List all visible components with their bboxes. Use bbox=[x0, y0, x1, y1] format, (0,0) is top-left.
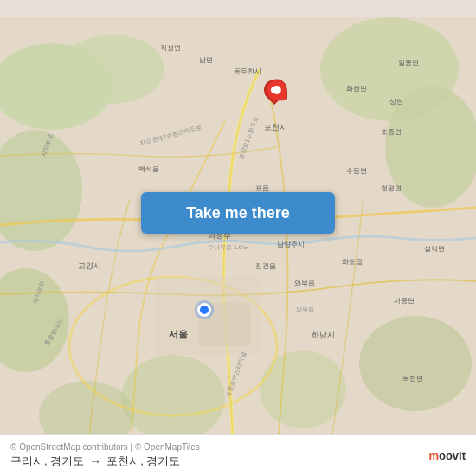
svg-text:포천시: 포천시 bbox=[264, 123, 287, 132]
svg-text:상면: 상면 bbox=[389, 98, 403, 106]
svg-text:서종면: 서종면 bbox=[394, 297, 415, 305]
svg-text:청평면: 청평면 bbox=[381, 184, 402, 192]
svg-text:포읍: 포읍 bbox=[255, 184, 269, 192]
bottom-bar: © OpenStreetMap contributors | © OpenMap… bbox=[0, 434, 476, 476]
svg-text:와부읍: 와부읍 bbox=[296, 306, 314, 313]
current-location-dot bbox=[197, 303, 211, 317]
svg-text:설악면: 설악면 bbox=[424, 245, 445, 253]
svg-text:직성면: 직성면 bbox=[160, 44, 181, 52]
svg-text:서울: 서울 bbox=[169, 329, 188, 339]
route-arrow: → bbox=[89, 454, 101, 468]
svg-point-9 bbox=[260, 351, 346, 428]
route-info: 구리시, 경기도 → 포천시, 경기도 bbox=[10, 453, 200, 469]
svg-text:남면: 남면 bbox=[199, 56, 213, 64]
destination-label: 포천시, 경기도 bbox=[106, 453, 180, 469]
svg-text:하남시: 하남시 bbox=[312, 331, 335, 339]
svg-text:화현면: 화현면 bbox=[346, 85, 367, 93]
svg-text:옥천면: 옥천면 bbox=[402, 375, 423, 383]
svg-text:수나유로 1.6㎞: 수나유로 1.6㎞ bbox=[208, 244, 248, 250]
svg-text:화도읍: 화도읍 bbox=[342, 258, 363, 266]
svg-text:백석읍: 백석읍 bbox=[138, 165, 159, 173]
moovit-logo: moovit bbox=[428, 449, 466, 462]
svg-text:진건읍: 진건읍 bbox=[255, 262, 276, 270]
take-me-there-button[interactable]: Take me there bbox=[141, 192, 335, 234]
svg-text:동두천시: 동두천시 bbox=[234, 68, 261, 75]
copyright-text: © OpenStreetMap contributors | © OpenMap… bbox=[10, 442, 200, 452]
map-container: 포천시 양주시 의정부 서울 고양시 남양주시 와부읍 화도읍 하남시 진건읍 … bbox=[0, 0, 476, 476]
map-svg: 포천시 양주시 의정부 서울 고양시 남양주시 와부읍 화도읍 하남시 진건읍 … bbox=[0, 0, 476, 476]
svg-point-4 bbox=[61, 35, 164, 104]
svg-text:조종면: 조종면 bbox=[381, 128, 402, 136]
svg-text:고양시: 고양시 bbox=[78, 261, 101, 270]
svg-text:남양주시: 남양주시 bbox=[277, 241, 305, 248]
origin-label: 구리시, 경기도 bbox=[10, 453, 84, 469]
svg-point-8 bbox=[359, 316, 472, 411]
svg-text:수동면: 수동면 bbox=[346, 167, 367, 175]
svg-text:와부읍: 와부읍 bbox=[294, 280, 315, 287]
svg-text:일동면: 일동면 bbox=[398, 59, 419, 67]
